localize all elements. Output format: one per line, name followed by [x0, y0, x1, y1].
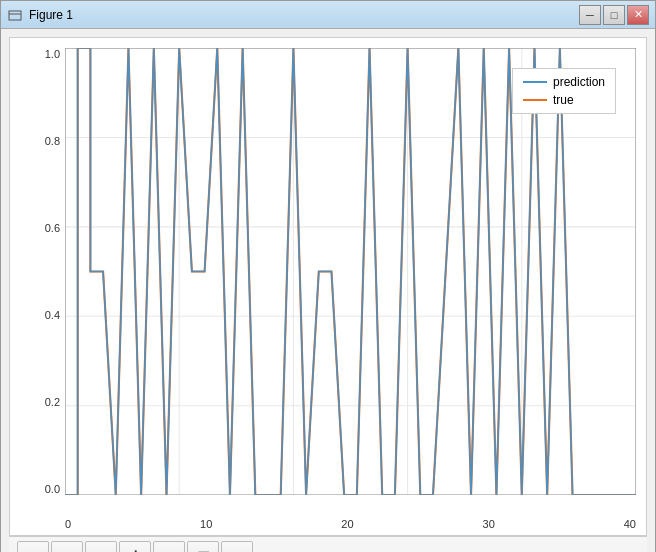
chart-area: 1.0 0.8 0.6 0.4 0.2 0.0 — [9, 37, 647, 536]
y-label-1.0: 1.0 — [45, 48, 60, 60]
true-label: true — [553, 93, 574, 107]
x-label-10: 10 — [200, 518, 212, 530]
window-icon — [7, 7, 23, 23]
x-label-0: 0 — [65, 518, 71, 530]
pan-button[interactable]: ✛ — [119, 541, 151, 552]
home-icon: ⌂ — [28, 548, 38, 552]
chart-plot: prediction true — [65, 48, 636, 495]
y-axis: 1.0 0.8 0.6 0.4 0.2 0.0 — [15, 48, 60, 495]
settings-button[interactable]: ⊞ — [187, 541, 219, 552]
x-label-20: 20 — [341, 518, 353, 530]
titlebar-buttons: ─ □ ✕ — [579, 5, 649, 25]
y-label-0.0: 0.0 — [45, 483, 60, 495]
pan-icon: ✛ — [129, 547, 142, 552]
home-button[interactable]: ⌂ — [17, 541, 49, 552]
x-label-40: 40 — [624, 518, 636, 530]
true-legend-line — [523, 99, 547, 101]
legend: prediction true — [512, 68, 616, 114]
y-label-0.6: 0.6 — [45, 222, 60, 234]
y-label-0.8: 0.8 — [45, 135, 60, 147]
prediction-line — [65, 48, 636, 495]
legend-true: true — [523, 93, 605, 107]
settings-icon: ⊞ — [197, 547, 210, 552]
zoom-button[interactable]: ⌕ — [153, 541, 185, 552]
titlebar: Figure 1 ─ □ ✕ — [1, 1, 655, 29]
prediction-label: prediction — [553, 75, 605, 89]
true-line — [65, 48, 636, 495]
minimize-button[interactable]: ─ — [579, 5, 601, 25]
maximize-button[interactable]: □ — [603, 5, 625, 25]
window-title: Figure 1 — [29, 8, 579, 22]
y-label-0.2: 0.2 — [45, 396, 60, 408]
save-button[interactable]: ▣ — [221, 541, 253, 552]
back-button[interactable]: ← — [51, 541, 83, 552]
x-label-30: 30 — [483, 518, 495, 530]
forward-button[interactable]: → — [85, 541, 117, 552]
prediction-legend-line — [523, 81, 547, 83]
svg-rect-14 — [65, 48, 636, 495]
legend-prediction: prediction — [523, 75, 605, 89]
back-icon: ← — [59, 548, 75, 552]
main-content: 1.0 0.8 0.6 0.4 0.2 0.0 — [1, 29, 655, 552]
svg-rect-0 — [9, 11, 21, 20]
toolbar: ⌂ ← → ✛ ⌕ ⊞ ▣ x=22.0976 y=0.578 — [9, 536, 647, 552]
y-label-0.4: 0.4 — [45, 309, 60, 321]
close-button[interactable]: ✕ — [627, 5, 649, 25]
x-axis: 0 10 20 30 40 — [65, 518, 636, 530]
forward-icon: → — [93, 548, 109, 552]
window: Figure 1 ─ □ ✕ 1.0 0.8 0.6 0.4 0.2 0.0 — [0, 0, 656, 552]
